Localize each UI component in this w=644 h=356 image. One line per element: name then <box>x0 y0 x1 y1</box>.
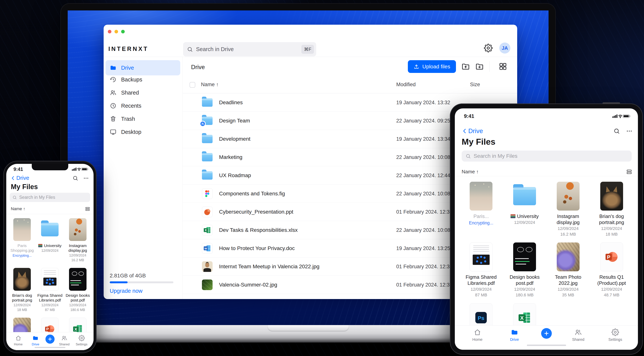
grid-item-paris-shopping-jpg[interactable]: Paris Shopping.jpgEncrypting... <box>8 217 36 266</box>
drive-icon <box>110 64 116 71</box>
search-input[interactable] <box>19 195 88 200</box>
search-bar[interactable] <box>10 193 90 202</box>
grid-item-university[interactable]: University12/09/2024 <box>503 179 546 240</box>
grid-item-instagram-display-jpg[interactable]: Instagram display.jpg12/09/202416.2 MB <box>64 217 92 266</box>
file-thumbnail-figdoc[interactable] <box>41 268 58 291</box>
home-indicator[interactable] <box>34 347 66 348</box>
file-thumbnail-dog[interactable] <box>13 268 31 291</box>
search-icon[interactable] <box>614 128 620 134</box>
file-thumbnail-instagram[interactable] <box>69 218 86 241</box>
grid-view-icon[interactable] <box>498 62 507 71</box>
svg-text:P: P <box>46 327 49 331</box>
tab-settings[interactable]: Settings <box>74 335 89 346</box>
sort-by-name[interactable]: Name ↑ <box>462 169 479 175</box>
grid-item-brian-s-dog-portrait-png[interactable]: Brian's dog portrait.png12/09/202418 MB <box>8 266 36 316</box>
sidebar-item-backups[interactable]: Backups <box>106 73 180 86</box>
window-header: INTERNXT ⌘F JA <box>104 25 517 57</box>
file-name: Paris Shopping.jpg <box>8 243 36 253</box>
back-button[interactable]: Drive <box>462 127 483 135</box>
drive-search-input[interactable] <box>196 46 300 53</box>
list-view-icon[interactable] <box>626 169 632 175</box>
user-avatar[interactable]: JA <box>499 42 510 53</box>
file-modified-date: 19 January 2024. 13:32 <box>396 100 450 105</box>
tab-drive[interactable]: Drive <box>28 335 43 346</box>
file-thumbnail-paris[interactable] <box>13 218 31 241</box>
storage-usage-label: 2.81GB of 4GB <box>110 273 174 279</box>
file-modified-date: 22 January 2024. 10:08 <box>396 191 450 196</box>
tab-home[interactable]: Home <box>11 335 26 346</box>
search-input[interactable] <box>473 153 628 159</box>
add-button[interactable] <box>541 328 552 339</box>
file-thumbnail-folder[interactable] <box>513 182 536 210</box>
status-icons <box>612 114 631 118</box>
grid-item-design-books-post-pdf[interactable]: Design books post.pdf12/09/2024180.6 MB <box>503 240 546 301</box>
tab-drive[interactable]: Drive <box>504 329 525 342</box>
grid-item-figma-shared-libraries-pdf[interactable]: Figma Shared Libraries.pdf12/09/202487 M… <box>36 266 64 316</box>
sidebar-item-recents[interactable]: Recents <box>106 99 180 112</box>
file-thumbnail-paris[interactable] <box>470 182 492 210</box>
grid-item-brian-s-dog-portrait-png[interactable]: Brian's dog portrait.png12/09/202418 MB <box>590 179 633 240</box>
close-window-button[interactable] <box>108 30 112 33</box>
add-button[interactable] <box>46 335 54 344</box>
tab-settings[interactable]: Settings <box>605 329 626 342</box>
upload-folder-icon[interactable] <box>461 62 470 71</box>
file-thumbnail-glasses[interactable] <box>513 242 536 271</box>
file-thumbnail-dog[interactable] <box>600 182 623 210</box>
file-thumbnail-glasses[interactable] <box>69 268 86 291</box>
search-icon[interactable] <box>72 175 78 181</box>
file-name: Paris... <box>460 213 503 219</box>
file-thumbnail-ppt-card[interactable]: P <box>600 242 623 271</box>
grid-item-figma-shared-libraries-pdf[interactable]: Figma Shared Libraries.pdf12/09/202487 M… <box>460 240 503 301</box>
file-name: Deadlines <box>219 100 243 106</box>
back-button[interactable]: Drive <box>10 175 29 181</box>
search-bar[interactable] <box>462 151 632 162</box>
more-options-icon[interactable] <box>626 128 632 134</box>
column-header-name[interactable]: Name ↑ <box>201 82 219 88</box>
file-date: 12/09/2024 <box>64 253 92 257</box>
list-view-icon[interactable] <box>85 206 90 211</box>
file-date: 12/09/2024 <box>36 303 64 307</box>
storage-progress-bar <box>110 281 174 283</box>
new-folder-icon[interactable] <box>475 62 484 71</box>
drive-search-bar[interactable]: ⌘F <box>183 42 316 56</box>
sidebar-item-trash[interactable]: Trash <box>106 112 180 125</box>
sort-by-name[interactable]: Name ↑ <box>11 206 25 211</box>
file-name: Design books post.pdf <box>503 274 546 286</box>
grid-item-instagram-display-jpg[interactable]: Instagram display.jpg12/09/202416.2 MB <box>546 179 590 240</box>
home-indicator[interactable] <box>527 345 566 346</box>
tab-home[interactable]: Home <box>467 329 488 342</box>
grid-item-university[interactable]: University12/09/2024 <box>36 217 64 266</box>
sort-arrow: ↑ <box>216 82 219 87</box>
window-traffic-lights[interactable] <box>108 30 125 33</box>
file-thumbnail-dome[interactable] <box>557 242 580 271</box>
grid-item-design-books-post-pdf[interactable]: Design books post.pdf12/09/2024180.6 MB <box>64 266 92 316</box>
settings-gear-icon[interactable] <box>484 44 493 52</box>
column-header-size[interactable]: Size <box>470 82 480 88</box>
sidebar-item-desktop[interactable]: Desktop <box>106 126 180 138</box>
file-thumbnail-figdoc[interactable] <box>470 242 492 271</box>
shared-icon <box>61 335 68 341</box>
more-options-icon[interactable] <box>83 175 89 181</box>
grid-item-results-q1-product-ppt[interactable]: PResults Q1 (Product).ppt12/09/202448.7 … <box>590 240 633 301</box>
word-file-icon: W <box>202 243 212 254</box>
file-thumbnail-folder[interactable] <box>41 218 58 241</box>
upload-files-button[interactable]: Upload files <box>408 60 456 73</box>
file-name: Results Q1 (Product).ppt <box>590 274 633 286</box>
file-name: Design Team <box>219 118 250 124</box>
back-label: Drive <box>468 127 483 135</box>
select-all-checkbox[interactable] <box>190 82 195 88</box>
tab-shared[interactable]: Shared <box>57 335 72 346</box>
tab-shared[interactable]: Shared <box>568 329 589 342</box>
column-header-modified: Modified <box>396 82 416 88</box>
sidebar-item-shared[interactable]: Shared <box>106 86 180 99</box>
upgrade-now-link[interactable]: Upgrade now <box>110 288 174 294</box>
file-modified-date: 22 January 2024. 10:08 <box>396 227 450 233</box>
file-name: Internxt Team Meetup in Valencia 2022.jp… <box>219 264 320 270</box>
file-thumbnail-instagram[interactable] <box>557 182 580 210</box>
zoom-window-button[interactable] <box>121 30 125 33</box>
grid-item-paris[interactable]: Paris...Encrypting... <box>460 179 503 240</box>
minimize-window-button[interactable] <box>114 30 118 33</box>
folder-icon <box>41 223 58 236</box>
grid-item-team-photo-2022-jpg[interactable]: Team Photo 2022.jpg12/09/202435 MB <box>546 240 590 301</box>
file-date: 12/09/2024 <box>36 249 64 253</box>
